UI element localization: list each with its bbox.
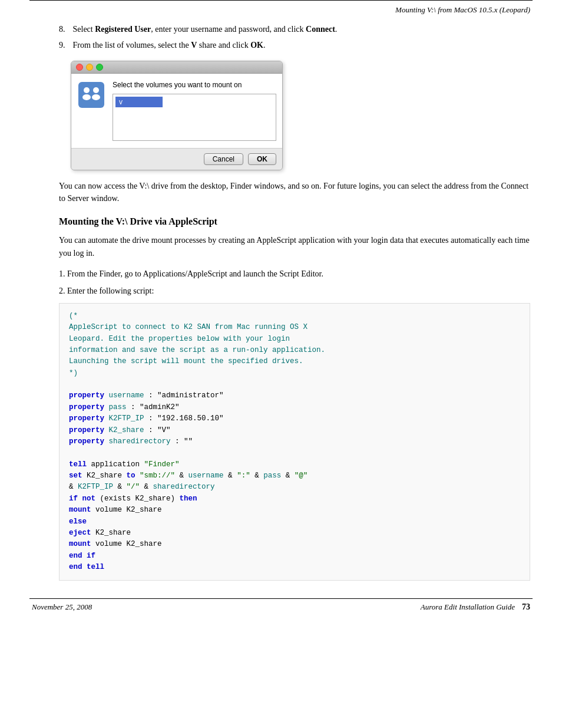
- code-ref-k2ftpip: K2FTP_IP: [78, 483, 113, 491]
- network-users-icon: [77, 81, 105, 109]
- svg-point-3: [93, 87, 99, 93]
- step-8: 8. Select Registered User, enter your us…: [59, 23, 530, 35]
- code-mount2-rest: volume K2_share: [91, 540, 162, 548]
- page-container: Mounting V:\ from MacOS 10.5.x (Leopard)…: [0, 0, 562, 728]
- code-comment-3: information and save the script as a run…: [69, 346, 325, 354]
- step-9-num: 9.: [59, 39, 71, 51]
- code-comment-1: AppleScript to connect to K2 SAN from Ma…: [69, 323, 308, 331]
- code-kw-property-5: property: [69, 437, 104, 446]
- code-set-amp2: &: [224, 472, 237, 480]
- footer-right: Aurora Edit Installation Guide 73: [421, 602, 530, 612]
- code-set-amp6: &: [140, 483, 153, 491]
- content-area: 8. Select Registered User, enter your us…: [0, 17, 562, 581]
- code-set-cont: &: [69, 483, 78, 491]
- code-slash-str: "/": [127, 483, 140, 491]
- section-step-2-text: Enter the following script:: [67, 286, 154, 295]
- footer-area: November 25, 2008 Aurora Edit Installati…: [0, 599, 562, 615]
- header-area: Mounting V:\ from MacOS 10.5.x (Leopard): [0, 1, 562, 17]
- code-mount1-rest: volume K2_share: [91, 506, 162, 514]
- code-ref-username: username: [189, 472, 224, 480]
- code-ref-sharedir: sharedirectory: [153, 483, 215, 491]
- code-var-username: username: [109, 391, 144, 400]
- svg-point-1: [84, 87, 90, 93]
- step-8-num: 8.: [59, 23, 71, 35]
- code-var-pass: pass: [109, 403, 127, 411]
- code-set-amp5: &: [113, 483, 127, 491]
- body-text: You can now access the V:\ drive from th…: [59, 180, 530, 205]
- code-val-username: : "administrator": [144, 391, 224, 400]
- intro-steps: 8. Select Registered User, enter your us…: [59, 23, 530, 51]
- code-kw-property-1: property: [69, 391, 104, 400]
- code-set-amp4: &: [281, 472, 295, 480]
- code-val-k2share: : "V": [144, 426, 171, 434]
- code-if-cond: (exists K2_share): [95, 495, 180, 503]
- section-step-2-num: 2.: [59, 286, 65, 295]
- code-val-sharedir: : "": [171, 437, 193, 446]
- section-para: You can automate the drive mount process…: [59, 234, 530, 261]
- code-kw-mount1: mount: [69, 506, 91, 514]
- volume-list: v: [113, 94, 276, 141]
- section-step-2: 2. Enter the following script:: [59, 285, 530, 297]
- section-heading: Mounting the V:\ Drive via AppleScript: [59, 216, 530, 227]
- code-comment-4: Launching the script will mount the spec…: [69, 357, 303, 365]
- code-comment-2: Leopard. Edit the properties below with …: [69, 335, 290, 343]
- code-kw-property-3: property: [69, 414, 104, 423]
- code-block: (* AppleScript to connect to K2 SAN from…: [59, 303, 530, 581]
- step-9: 9. From the list of volumes, select the …: [59, 39, 530, 51]
- code-set-k2share: K2_share: [82, 472, 127, 480]
- dialog-titlebar: [71, 61, 282, 74]
- code-kw-property-2: property: [69, 403, 104, 411]
- dialog-body: Select the volumes you want to mount on …: [71, 74, 282, 148]
- code-eject-rest: K2_share: [91, 529, 131, 537]
- code-kw-then: then: [180, 495, 197, 503]
- section-steps: 1. From the Finder, go to Applications/A…: [59, 268, 530, 297]
- code-kw-if: if not: [69, 495, 95, 503]
- cancel-button[interactable]: Cancel: [204, 153, 243, 165]
- code-kw-mount2: mount: [69, 540, 91, 548]
- dialog-prompt: Select the volumes you want to mount on: [113, 81, 276, 89]
- code-kw-to: to: [127, 472, 135, 480]
- zoom-button-icon: [96, 64, 103, 71]
- code-set-val1: [135, 472, 140, 480]
- section-step-1-num: 1.: [59, 269, 65, 278]
- code-var-k2share: K2_share: [109, 426, 144, 434]
- svg-point-4: [92, 94, 100, 100]
- code-val-k2ftpip: : "192.168.50.10": [144, 414, 224, 423]
- svg-rect-0: [78, 82, 104, 108]
- code-kw-eject: eject: [69, 529, 91, 537]
- code-kw-else: else: [69, 518, 87, 526]
- step-9-bold1: V: [191, 41, 197, 50]
- dialog-footer: Cancel OK: [71, 148, 282, 170]
- code-set-amp3: &: [250, 472, 264, 480]
- header-title: Mounting V:\ from MacOS 10.5.x (Leopard): [395, 5, 530, 15]
- footer-guide-name: Aurora Edit Installation Guide: [421, 602, 515, 612]
- step-9-bold2: OK: [250, 41, 263, 50]
- code-at-str: "@": [295, 472, 308, 480]
- footer-page-num: 73: [522, 602, 530, 612]
- svg-point-2: [82, 94, 91, 100]
- step-8-bold1: Registered User: [95, 25, 151, 34]
- dialog-right: Select the volumes you want to mount on …: [113, 81, 276, 141]
- minimize-button-icon: [86, 64, 93, 71]
- code-colon-str: ":": [237, 472, 250, 480]
- code-var-sharedir: sharedirectory: [109, 437, 171, 446]
- code-comment-open: (*: [69, 312, 78, 320]
- code-kw-tell: tell: [69, 460, 87, 469]
- code-finder-str: "Finder": [144, 460, 180, 469]
- code-kw-endtell: end tell: [69, 563, 104, 571]
- code-kw-set: set: [69, 472, 82, 480]
- section-step-1-text: From the Finder, go to Applications/Appl…: [67, 269, 323, 278]
- code-tell-app: application: [87, 460, 144, 469]
- dialog-image: Select the volumes you want to mount on …: [71, 61, 283, 170]
- code-set-amp1: &: [175, 472, 189, 480]
- ok-button[interactable]: OK: [248, 153, 276, 165]
- volume-item-v: v: [115, 97, 163, 107]
- code-comment-close: *): [69, 369, 78, 377]
- code-smb-str: "smb://": [140, 472, 175, 480]
- footer-date: November 25, 2008: [32, 602, 92, 612]
- code-kw-endif: end if: [69, 552, 95, 560]
- close-button-icon: [76, 64, 83, 71]
- code-ref-pass: pass: [263, 472, 281, 480]
- code-kw-property-4: property: [69, 426, 104, 434]
- code-val-pass: : "adminK2": [127, 403, 180, 411]
